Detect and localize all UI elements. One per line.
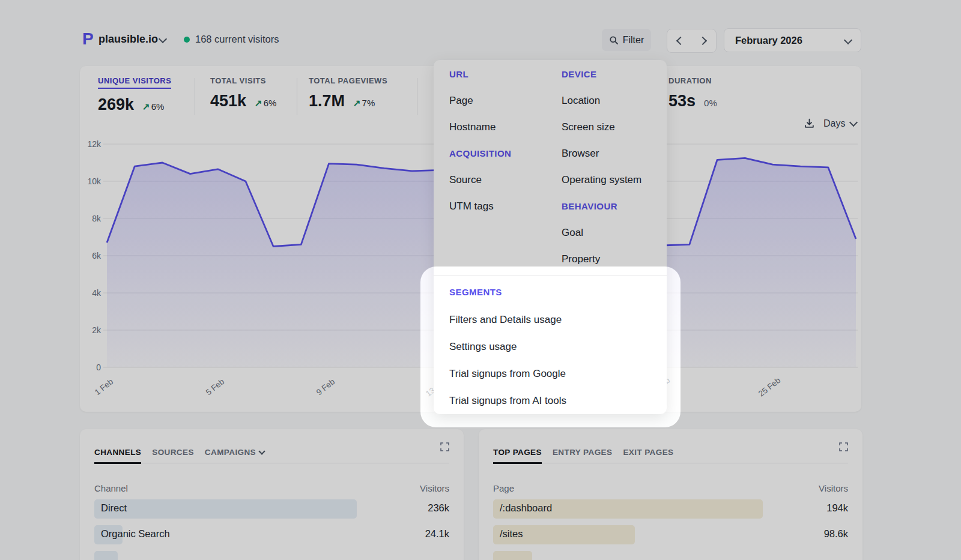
expand-icon[interactable] bbox=[839, 442, 848, 451]
stat-label: DURATION bbox=[668, 76, 717, 85]
row-bar bbox=[94, 499, 357, 519]
site-name[interactable]: plausible.io bbox=[99, 33, 158, 46]
filter-group-heading: URL bbox=[449, 61, 562, 88]
row-label: /sites bbox=[500, 528, 523, 540]
stat-value: 1.7M bbox=[309, 92, 345, 110]
segment-item[interactable]: Trial signups from AI tools bbox=[449, 387, 651, 414]
stat-value: 451k bbox=[210, 92, 246, 110]
tab-exit-pages[interactable]: EXIT PAGES bbox=[623, 441, 673, 463]
filter-menu-item[interactable]: Operating system bbox=[562, 167, 641, 193]
col-visitors: Visitors bbox=[420, 483, 449, 493]
channels-tabs: CHANNELS SOURCES CAMPAIGNS bbox=[94, 441, 449, 463]
stat-value: 269k bbox=[98, 95, 134, 114]
filter-group-heading: BEHAVIOUR bbox=[562, 193, 641, 220]
menu-divider bbox=[434, 275, 667, 275]
row-label: /:dashboard bbox=[500, 502, 552, 514]
stat-label: TOTAL VISITS bbox=[210, 76, 276, 85]
stat-unique-visitors[interactable]: UNIQUE VISITORS 269k ↗6% bbox=[98, 76, 171, 114]
pages-table-header: Page Visitors bbox=[493, 483, 848, 493]
filter-menu-item[interactable]: Location bbox=[562, 88, 641, 114]
filter-menu-item[interactable]: UTM tags bbox=[449, 193, 562, 220]
stat-total-visits[interactable]: TOTAL VISITS 451k ↗6% bbox=[210, 76, 276, 110]
segment-item[interactable]: Filters and Details usage bbox=[449, 306, 651, 333]
stat-delta: 0% bbox=[704, 98, 717, 108]
table-row[interactable]: Direct236k bbox=[94, 498, 449, 523]
interval-select[interactable]: Days bbox=[823, 118, 856, 129]
trend-up-icon: ↗ bbox=[142, 101, 150, 112]
row-value: 98.6k bbox=[824, 528, 848, 540]
filter-menu-column: URLPageHostnameACQUISITIONSourceUTM tags bbox=[449, 61, 562, 272]
tab-top-pages[interactable]: TOP PAGES bbox=[493, 441, 542, 463]
filter-menu-item[interactable]: Source bbox=[449, 167, 562, 193]
channels-table: Direct236kOrganic Search24.1k bbox=[94, 498, 449, 560]
filter-button-label: Filter bbox=[623, 35, 644, 46]
tab-sources[interactable]: SOURCES bbox=[152, 441, 194, 463]
table-row[interactable]: Organic Search24.1k bbox=[94, 523, 449, 549]
period-select[interactable]: February 2026 bbox=[724, 28, 861, 52]
filter-menu: URLPageHostnameACQUISITIONSourceUTM tags… bbox=[434, 60, 667, 414]
period-pager bbox=[667, 29, 717, 53]
stat-divider bbox=[195, 78, 195, 115]
period-label: February 2026 bbox=[735, 35, 802, 46]
site-switcher-chevron-icon[interactable] bbox=[159, 35, 167, 43]
col-visitors: Visitors bbox=[819, 483, 848, 493]
table-row[interactable]: /:dashboard194k bbox=[493, 498, 848, 523]
row-label: Direct bbox=[101, 502, 127, 514]
tab-campaigns[interactable]: CAMPAIGNS bbox=[205, 441, 264, 463]
stat-divider bbox=[417, 78, 417, 115]
stat-total-pageviews[interactable]: TOTAL PAGEVIEWS 1.7M ↗7% bbox=[309, 76, 387, 110]
row-bar bbox=[493, 551, 532, 560]
filter-group-heading: DEVICE bbox=[562, 61, 641, 88]
stat-duration[interactable]: DURATION 53s 0% bbox=[668, 76, 717, 110]
interval-control: Days bbox=[804, 118, 856, 129]
interval-label: Days bbox=[823, 118, 845, 129]
tab-channels[interactable]: CHANNELS bbox=[94, 441, 141, 463]
filter-menu-item[interactable]: Page bbox=[449, 88, 562, 114]
plausible-dashboard: P plausible.io 168 current visitors Filt… bbox=[0, 0, 961, 560]
filter-menu-item[interactable]: Goal bbox=[562, 220, 641, 246]
channels-panel: CHANNELS SOURCES CAMPAIGNS Channel Visit… bbox=[80, 429, 464, 560]
pages-table: /:dashboard194k/sites98.6k bbox=[493, 498, 848, 560]
table-row[interactable]: /sites98.6k bbox=[493, 523, 848, 549]
col-channel: Channel bbox=[94, 483, 128, 493]
search-icon bbox=[609, 35, 619, 45]
current-visitors[interactable]: 168 current visitors bbox=[195, 34, 279, 45]
trend-up-icon: ↗ bbox=[353, 98, 361, 108]
row-value: 24.1k bbox=[425, 528, 449, 540]
interval-chevron-icon bbox=[849, 118, 858, 127]
stat-delta: ↗7% bbox=[353, 98, 375, 109]
filter-group-heading: ACQUISITION bbox=[449, 140, 562, 167]
filter-menu-item[interactable]: Hostname bbox=[449, 114, 562, 140]
row-value: 194k bbox=[826, 502, 848, 514]
col-page: Page bbox=[493, 483, 514, 493]
row-label: Organic Search bbox=[101, 528, 170, 540]
stat-delta: ↗6% bbox=[255, 98, 276, 109]
live-dot-icon bbox=[184, 37, 190, 43]
channels-table-header: Channel Visitors bbox=[94, 483, 449, 493]
stat-label: UNIQUE VISITORS bbox=[98, 76, 171, 89]
segment-item[interactable]: Settings usage bbox=[449, 333, 651, 360]
row-bar bbox=[94, 551, 118, 560]
plausible-logo-icon: P bbox=[82, 30, 94, 48]
stat-label: TOTAL PAGEVIEWS bbox=[309, 76, 387, 85]
segment-item[interactable]: Trial signups from Google bbox=[449, 360, 651, 387]
download-icon[interactable] bbox=[804, 118, 815, 129]
stat-delta: ↗6% bbox=[142, 101, 164, 112]
filter-menu-column: DEVICELocationScreen sizeBrowserOperatin… bbox=[562, 61, 641, 272]
filter-menu-item[interactable]: Property bbox=[562, 246, 641, 272]
table-row-partial bbox=[94, 549, 449, 560]
segments-section: SEGMENTS Filters and Details usageSettin… bbox=[449, 278, 651, 414]
filter-menu-item[interactable]: Browser bbox=[562, 140, 641, 167]
period-chevron-icon bbox=[844, 36, 852, 44]
filter-menu-item[interactable]: Screen size bbox=[562, 114, 641, 140]
prev-period-button[interactable] bbox=[668, 30, 691, 52]
row-value: 236k bbox=[428, 502, 449, 514]
stat-value: 53s bbox=[668, 92, 696, 110]
expand-icon[interactable] bbox=[440, 442, 449, 451]
next-period-button[interactable] bbox=[693, 30, 715, 52]
trend-up-icon: ↗ bbox=[255, 98, 262, 108]
pages-panel: TOP PAGES ENTRY PAGES EXIT PAGES Page Vi… bbox=[479, 429, 862, 560]
filter-button[interactable]: Filter bbox=[602, 29, 651, 51]
tab-entry-pages[interactable]: ENTRY PAGES bbox=[553, 441, 612, 463]
stat-divider bbox=[297, 78, 297, 115]
